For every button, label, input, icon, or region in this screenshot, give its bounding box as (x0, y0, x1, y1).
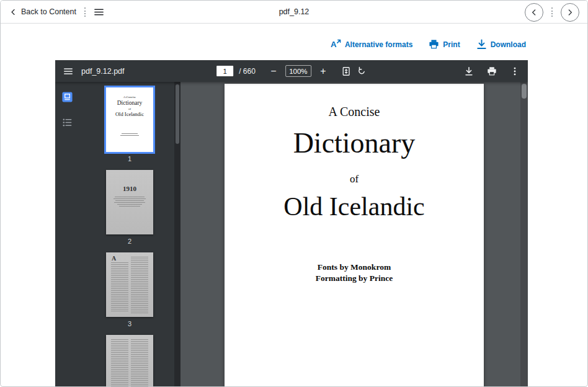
thumb-text-column (111, 339, 128, 387)
print-label: Print (443, 40, 460, 49)
zoom-level-input[interactable] (285, 65, 311, 77)
print-icon (487, 66, 497, 76)
download-icon (464, 66, 474, 76)
content-menu-button[interactable] (94, 7, 104, 17)
thumb-drop-cap: A (112, 255, 116, 262)
page-number-input[interactable] (216, 66, 233, 76)
page-title-line-4: Old Icelandic (225, 192, 484, 221)
thumb-year: 1910 (106, 170, 153, 192)
fit-to-page-button[interactable] (341, 66, 351, 76)
page-title-line-3: of (225, 173, 484, 185)
pdf-print-button[interactable] (487, 66, 497, 76)
document-scrollbar[interactable] (520, 82, 528, 387)
previous-topic-button[interactable] (525, 3, 543, 22)
alternative-formats-icon: A (331, 39, 341, 50)
document-actions: A Alternative formats Print Download (331, 39, 526, 50)
page-title: pdf_9.12 (279, 7, 310, 16)
print-icon (429, 39, 439, 50)
thumbnail-label: 3 (128, 320, 131, 327)
dotted-divider (551, 7, 553, 17)
chevron-left-icon (530, 9, 538, 16)
thumbnail-page-4[interactable] (106, 335, 153, 387)
topic-navigation (525, 1, 579, 24)
pdf-sidebar: A Concise Dictionary of Old Icelandic 1 (55, 82, 180, 387)
pdf-toolbar-left: pdf_9.12.pdf (55, 66, 125, 76)
svg-text:A: A (331, 40, 337, 49)
thumb-text-column (111, 262, 128, 312)
document-outline-icon (61, 117, 73, 128)
pdf-filename: pdf_9.12.pdf (81, 67, 125, 76)
outline-view-button[interactable] (60, 115, 74, 129)
download-link[interactable]: Download (476, 39, 526, 50)
hamburger-menu-icon (94, 7, 104, 17)
thumb-title-line: Dictionary (106, 100, 153, 106)
zoom-in-button[interactable]: + (317, 66, 329, 76)
page-count-label: / 660 (239, 67, 256, 76)
thumb-text-lines (106, 133, 153, 136)
page-title-line-1: A Concise (225, 105, 484, 119)
thumb-title-line: A Concise (106, 87, 153, 99)
thumb-text-column (131, 339, 148, 387)
thumbnail-list: A Concise Dictionary of Old Icelandic 1 (79, 82, 180, 387)
sidebar-scrollbar[interactable] (174, 82, 180, 387)
thumb-title-line: Old Icelandic (106, 111, 153, 117)
dotted-divider (84, 7, 86, 17)
back-to-content-button[interactable]: Back to Content (10, 7, 76, 16)
pdf-download-button[interactable] (464, 66, 474, 76)
thumbnail-label: 1 (128, 155, 131, 162)
zoom-out-button[interactable]: − (267, 66, 280, 76)
print-link[interactable]: Print (429, 39, 460, 50)
pdf-viewer: pdf_9.12.pdf / 660 − + (55, 60, 528, 387)
chevron-right-icon (566, 9, 574, 16)
page-title-line-2: Dictionary (225, 127, 484, 159)
app-window: Back to Content pdf_9.12 A Alternative f… (0, 0, 588, 387)
sidebar-scrollbar-thumb[interactable] (176, 84, 179, 144)
alternative-formats-label: Alternative formats (345, 40, 412, 49)
download-icon (476, 39, 487, 50)
pdf-toolbar: pdf_9.12.pdf / 660 − + (55, 60, 528, 82)
thumbnail-page-2[interactable]: 1910 (106, 170, 153, 234)
page-credits: Fonts by Monokrom Formatting by Prince (225, 262, 484, 283)
thumb-title-line: of (106, 107, 153, 110)
thumbnails-view-button[interactable] (60, 90, 74, 104)
next-topic-button[interactable] (561, 3, 579, 22)
credit-line-1: Fonts by Monokrom (225, 262, 484, 273)
document-scrollbar-thumb[interactable] (522, 84, 527, 99)
thumb-text-lines (106, 197, 153, 207)
thumbnail-page-1[interactable]: A Concise Dictionary of Old Icelandic (106, 87, 153, 152)
sidebar-view-rail (55, 82, 79, 387)
top-navigation-bar: Back to Content pdf_9.12 (1, 1, 587, 24)
pdf-toolbar-center: / 660 − + (216, 60, 367, 82)
pdf-page-area: A Concise Dictionary of Old Icelandic Fo… (180, 82, 528, 387)
pdf-viewer-body: A Concise Dictionary of Old Icelandic 1 (55, 82, 528, 387)
alternative-formats-link[interactable]: A Alternative formats (331, 39, 412, 50)
pdf-sidebar-toggle-button[interactable] (63, 66, 73, 76)
kebab-menu-icon (510, 66, 520, 76)
hamburger-menu-icon (63, 66, 73, 76)
thumbnails-view-icon (61, 91, 73, 103)
rotate-icon (357, 66, 367, 76)
thumb-text-column (131, 257, 148, 314)
chevron-left-icon (10, 9, 17, 16)
pdf-toolbar-right (464, 66, 528, 76)
thumbnail-2-preview: 1910 (106, 170, 153, 207)
pdf-more-options-button[interactable] (510, 66, 520, 76)
back-to-content-label: Back to Content (21, 7, 76, 16)
pdf-page: A Concise Dictionary of Old Icelandic Fo… (225, 84, 484, 387)
thumbnail-1-preview: A Concise Dictionary of Old Icelandic (106, 87, 153, 136)
rotate-button[interactable] (357, 66, 367, 76)
credit-line-2: Formatting by Prince (225, 273, 484, 284)
thumbnail-label: 2 (128, 238, 131, 245)
download-label: Download (491, 40, 526, 49)
thumbnail-page-3[interactable]: A (106, 252, 153, 317)
fit-to-page-icon (341, 66, 351, 76)
